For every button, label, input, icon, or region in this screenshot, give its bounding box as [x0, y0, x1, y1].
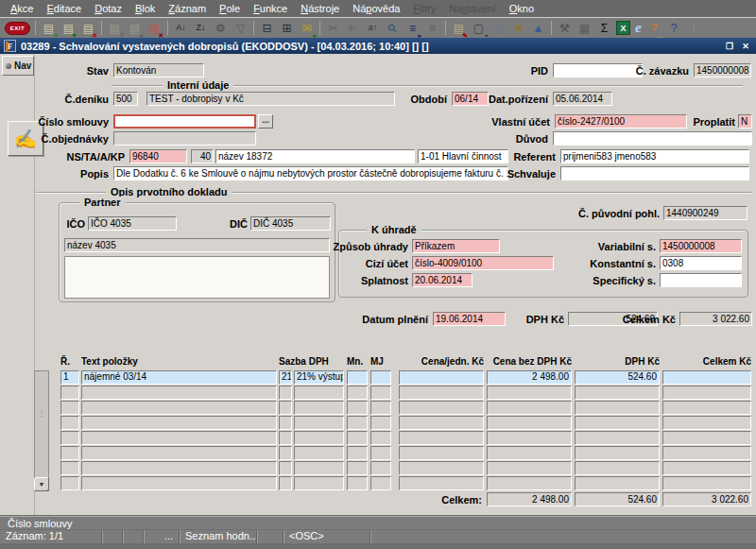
tools-cart-icon[interactable]: ⚒	[556, 20, 574, 37]
close-window-icon[interactable]: ✕	[739, 40, 752, 52]
item-cell[interactable]	[662, 370, 751, 385]
item-cell[interactable]: nájemné 03/14	[81, 370, 277, 385]
zpusob-field[interactable]: Příkazem	[412, 239, 500, 253]
konstantni-field[interactable]: 0308	[660, 256, 742, 270]
item-cell	[370, 386, 391, 400]
item-cell[interactable]: 1	[60, 370, 79, 385]
calculator-icon[interactable]: ▦	[576, 20, 593, 37]
zavazek-label: Č. závazku	[624, 64, 689, 77]
table-scrollbar[interactable]: ⋮	[34, 370, 49, 491]
restore-window-icon[interactable]: ❐	[723, 40, 736, 52]
menu-akce[interactable]: Akce	[4, 2, 40, 15]
item-row-empty	[60, 386, 751, 400]
item-cell	[60, 431, 79, 445]
item-cell	[662, 446, 751, 460]
item-cell	[294, 461, 344, 475]
column-header: Cena/jedn. Kč	[399, 356, 484, 367]
menu-zaznam[interactable]: Záznam	[162, 2, 213, 15]
document-save-icon[interactable]: ▢▪	[470, 20, 488, 37]
help-history-icon[interactable]: ?▂	[645, 20, 663, 37]
menu-okno[interactable]: Okno	[503, 2, 541, 15]
menu-pole[interactable]: Pole	[213, 2, 247, 15]
duplicate-record-icon: ▤?	[106, 20, 124, 37]
menu-napoveda[interactable]: Nápověda	[346, 2, 406, 15]
menu-nastroje[interactable]: Nástroje	[294, 2, 346, 15]
paste-up-icon[interactable]: a↑	[364, 20, 382, 37]
specificky-field[interactable]	[660, 273, 742, 287]
partner-address-field	[64, 256, 330, 299]
sum-sigma-icon[interactable]: Σ	[595, 20, 613, 37]
sort-ascending-icon[interactable]: A↓	[172, 20, 190, 37]
item-cell	[347, 446, 368, 460]
clear-record-icon[interactable]: ▤✕	[146, 20, 163, 37]
wrench-icon[interactable]: ⚙	[212, 20, 230, 37]
item-cell[interactable]: 524.60	[575, 370, 660, 385]
puvodni-field: 1440900249	[663, 206, 747, 220]
item-cell	[60, 416, 79, 430]
item-cell	[487, 476, 572, 490]
smlouva-lov-button[interactable]: ...	[258, 114, 273, 129]
menu-filtry: Filtry	[406, 2, 442, 15]
item-cell	[294, 476, 344, 490]
vlastni-ucet-field[interactable]: číslo-2427/0100	[555, 114, 687, 129]
print-icon[interactable]: ⊟	[258, 20, 276, 37]
send-mail-icon[interactable]: ✉◂	[298, 20, 316, 37]
nav-tab[interactable]: Nav	[2, 56, 34, 76]
item-cell	[279, 386, 292, 400]
exit-button[interactable]: EXIT	[5, 22, 30, 35]
item-cell[interactable]	[347, 370, 368, 385]
ns-field[interactable]: 96840	[129, 149, 187, 163]
item-cell	[399, 431, 484, 445]
porizeni-field: 05.06.2014	[553, 92, 612, 106]
item-cell	[399, 461, 484, 475]
smlouva-field[interactable]	[113, 114, 256, 129]
ns-name-field[interactable]: název 18372	[215, 149, 415, 163]
popis-field[interactable]: Dle Dodatku č. 6 ke Smlouvě o nájmu neby…	[113, 166, 508, 180]
item-cell[interactable]: 21% výstup -	[294, 370, 344, 385]
duvod-field[interactable]	[553, 131, 752, 146]
datum-plneni-field[interactable]: 19.06.2014	[433, 312, 506, 326]
item-cell	[662, 386, 751, 400]
clipboard-icon[interactable]: ▤✎	[450, 20, 468, 37]
item-cell[interactable]: 21	[279, 370, 292, 385]
menu-blok[interactable]: Blok	[129, 2, 162, 15]
item-cell	[60, 476, 79, 490]
item-cell	[370, 446, 391, 460]
status-segment	[257, 530, 284, 543]
item-cell[interactable]	[399, 370, 484, 385]
info-icon[interactable]: i	[685, 20, 703, 37]
alert-triangle-icon[interactable]: ▲	[529, 20, 547, 37]
print-setup-icon[interactable]: ⊞	[278, 20, 296, 37]
menu-dotaz[interactable]: Dotaz	[88, 2, 129, 15]
browser-icon[interactable]: e	[635, 20, 642, 36]
cinnost-field[interactable]: 1-01 Hlavní činnost	[418, 149, 508, 163]
item-cell	[279, 401, 292, 415]
excel-export-icon[interactable]: X	[616, 21, 630, 35]
update-record-icon[interactable]: ▤▼	[60, 20, 77, 37]
cizi-ucet-field[interactable]: číslo-4009/0100	[412, 256, 554, 270]
search-icon[interactable]: ⚲	[384, 20, 402, 37]
help-icon[interactable]: ?	[665, 20, 683, 37]
scroll-down-button[interactable]: ▼	[34, 477, 49, 491]
ship-wheel-icon[interactable]: ✳	[509, 20, 527, 37]
item-cell	[487, 461, 572, 475]
menu-funkce[interactable]: Funkce	[247, 2, 294, 15]
insert-record-icon[interactable]: ▤+	[40, 20, 58, 37]
proplatit-field[interactable]: N	[738, 114, 752, 129]
item-cell[interactable]	[370, 370, 391, 385]
item-row-empty	[60, 461, 751, 475]
sort-descending-icon[interactable]: Z↓	[192, 20, 210, 37]
item-cell	[279, 431, 292, 445]
menu-editace[interactable]: Editace	[40, 2, 88, 15]
list-of-values-icon[interactable]: ≡▸	[404, 20, 421, 37]
schvaluje-field[interactable]	[560, 166, 749, 180]
column-header: Text položky	[81, 356, 277, 367]
item-cell	[662, 476, 751, 490]
splatnost-field[interactable]: 20.06.2014	[412, 273, 472, 287]
delete-record-icon[interactable]: ▤✕	[79, 20, 97, 37]
referent-field[interactable]: prijmeni583 jmeno583	[560, 149, 749, 163]
variabilni-field[interactable]: 1450000008	[660, 239, 742, 253]
item-cell	[370, 416, 391, 430]
item-cell	[347, 386, 368, 400]
item-cell[interactable]: 2 498.00	[487, 370, 572, 385]
